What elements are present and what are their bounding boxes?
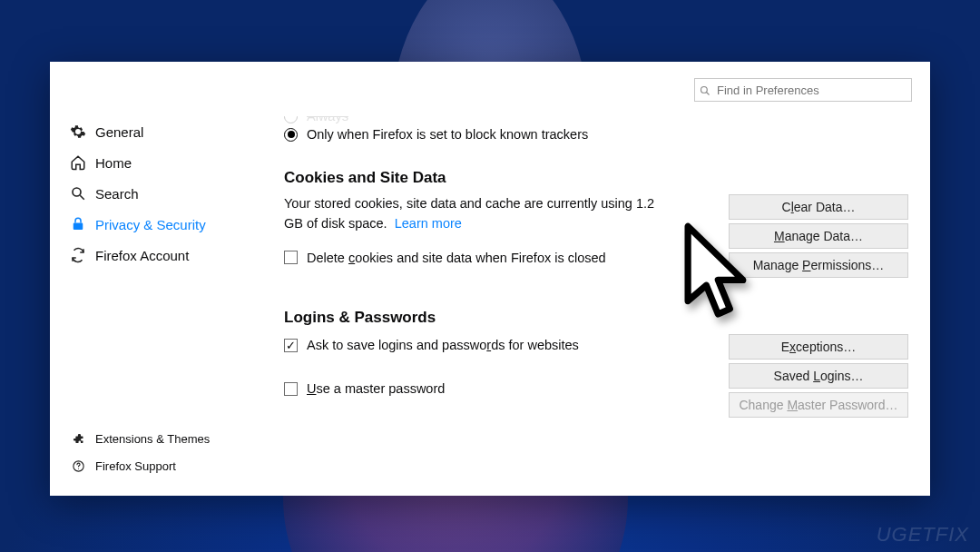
cookies-description: Your stored cookies, site data and cache… <box>284 194 665 234</box>
sidebar-item-support[interactable]: Firefox Support <box>70 452 240 479</box>
manage-data-button[interactable]: Manage Data… <box>729 223 908 249</box>
sidebar-item-label: Firefox Support <box>95 459 176 473</box>
checkbox-label: Use a master password <box>307 381 445 396</box>
svg-line-3 <box>80 195 84 200</box>
watermark: UGETFIX <box>877 523 969 547</box>
sidebar-item-privacy[interactable]: Privacy & Security <box>70 209 240 240</box>
svg-rect-4 <box>74 223 83 231</box>
search-icon <box>700 84 710 95</box>
sidebar-item-label: General <box>95 124 143 140</box>
change-master-password-button: Change Master Password… <box>729 392 908 418</box>
clear-data-button[interactable]: Clear Data… <box>729 194 908 220</box>
content-area: Always Only when Firefox is set to block… <box>240 116 930 496</box>
search-icon <box>70 185 86 202</box>
svg-point-6 <box>78 468 79 468</box>
radio-option-always[interactable]: Always <box>284 116 908 123</box>
sidebar: General Home Search Privacy & Security <box>50 116 240 496</box>
checkbox-label: Delete cookies and site data when Firefo… <box>307 251 606 265</box>
checkbox-ask-save-logins[interactable]: Ask to save logins and passwords for web… <box>284 338 579 352</box>
sidebar-item-label: Home <box>95 155 132 171</box>
svg-point-0 <box>701 87 708 94</box>
checkbox-delete-on-close[interactable]: Delete cookies and site data when Firefo… <box>284 251 665 265</box>
radio-option-only-trackers[interactable]: Only when Firefox is set to block known … <box>284 127 908 142</box>
section-heading-cookies: Cookies and Site Data <box>284 169 908 187</box>
checkbox-icon <box>284 382 298 396</box>
section-heading-logins: Logins & Passwords <box>284 309 908 327</box>
svg-line-1 <box>707 93 710 95</box>
sync-icon <box>70 247 86 263</box>
checkbox-master-password[interactable]: Use a master password <box>284 381 579 396</box>
lock-icon <box>70 216 86 232</box>
sidebar-item-search[interactable]: Search <box>70 178 240 209</box>
sidebar-item-label: Search <box>95 186 139 202</box>
checkbox-icon <box>284 339 298 352</box>
sidebar-item-extensions[interactable]: Extensions & Themes <box>70 425 240 452</box>
search-bar <box>694 78 912 102</box>
sidebar-item-label: Privacy & Security <box>95 217 206 232</box>
sidebar-item-general[interactable]: General <box>70 116 240 147</box>
sidebar-item-label: Extensions & Themes <box>95 432 210 446</box>
sidebar-item-account[interactable]: Firefox Account <box>70 240 240 271</box>
preferences-window: General Home Search Privacy & Security <box>50 62 930 496</box>
radio-label: Always <box>307 116 348 123</box>
search-input[interactable] <box>694 78 912 102</box>
svg-point-2 <box>73 188 81 196</box>
radio-label: Only when Firefox is set to block known … <box>307 127 588 142</box>
manage-permissions-button[interactable]: Manage Permissions… <box>729 252 908 278</box>
gear-icon <box>70 123 86 140</box>
learn-more-link[interactable]: Learn more <box>395 216 462 231</box>
home-icon <box>70 154 86 171</box>
checkbox-icon <box>284 251 298 264</box>
radio-icon <box>284 116 298 123</box>
puzzle-icon <box>70 430 86 447</box>
checkbox-label: Ask to save logins and passwords for web… <box>307 338 579 352</box>
sidebar-footer: Extensions & Themes Firefox Support <box>70 425 240 496</box>
sidebar-item-home[interactable]: Home <box>70 147 240 178</box>
sidebar-item-label: Firefox Account <box>95 248 189 263</box>
exceptions-button[interactable]: Exceptions… <box>729 334 908 360</box>
saved-logins-button[interactable]: Saved Logins… <box>729 363 908 389</box>
radio-icon <box>284 128 298 142</box>
help-icon <box>70 458 86 474</box>
